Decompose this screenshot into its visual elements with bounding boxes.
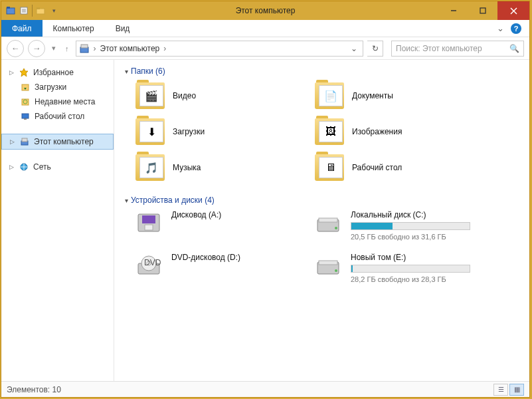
sidebar-item-downloads[interactable]: Загрузки [1,80,114,94]
drive-icon [134,210,163,237]
ribbon-expand-icon[interactable]: ⌄ [497,23,504,33]
drive-item[interactable]: Дисковод (A:) [133,209,306,242]
svg-point-29 [335,227,337,229]
folder-item[interactable]: 🎵Музыка [133,152,299,184]
body: ▷ Избранное Загрузки Недавние места Ра [1,60,529,381]
network-group: ▷ Сеть [1,160,114,174]
drive-icon: DVD [134,253,163,279]
up-button[interactable]: ↑ [62,45,72,53]
folder-item[interactable]: ⬇Загрузки [133,116,299,148]
app-icon [5,5,16,16]
window-controls [439,1,529,20]
drive-item[interactable]: Новый том (E:)28,2 ГБ свободно из 28,3 Г… [312,251,485,285]
folder-item[interactable]: 🖥Рабочий стол [312,152,478,184]
caret-icon: ▷ [9,69,15,76]
section-title: Устройства и диски (4) [131,196,215,205]
back-button[interactable]: ← [7,40,24,57]
drives-header[interactable]: ▾ Устройства и диски (4) [125,196,519,205]
svg-rect-6 [37,9,44,14]
svg-rect-0 [7,8,15,14]
sidebar-favorites[interactable]: ▷ Избранное [1,65,114,80]
section-title: Папки (6) [131,66,165,76]
explorer-window: ▾ Этот компьютер Файл Компьютер Вид ⌄ ? … [1,1,530,398]
drive-capacity-bar [351,265,470,273]
search-icon: 🔍 [509,44,519,53]
drive-label: Локальный диск (C:) [351,210,470,219]
address-segment[interactable]: Этот компьютер [100,44,160,53]
chevron-right-icon[interactable]: › [162,44,167,53]
file-tab[interactable]: Файл [1,20,43,37]
folder-label: Музыка [173,163,201,172]
svg-rect-9 [480,8,486,13]
ribbon-tabs: Файл Компьютер Вид ⌄ ? [1,20,529,37]
network-icon [19,162,29,172]
forward-button[interactable]: → [28,40,45,57]
qat-dropdown-icon[interactable]: ▾ [48,5,59,16]
svg-rect-13 [81,45,88,48]
svg-rect-7 [37,7,40,9]
help-icon[interactable]: ? [511,23,521,34]
svg-marker-14 [20,68,28,76]
caret-icon: ▷ [10,138,15,145]
search-box[interactable]: 🔍 [391,41,524,57]
ribbon-tab-computer[interactable]: Компьютер [43,20,105,37]
sidebar-label: Сеть [33,162,51,172]
drive-label: DVD-дисковод (D:) [171,253,240,262]
drive-capacity-bar [351,222,470,230]
sidebar-label: Рабочий стол [35,112,84,121]
properties-icon[interactable] [19,5,29,16]
navigation-pane[interactable]: ▷ Избранное Загрузки Недавние места Ра [1,60,114,381]
folder-icon: 📄 [315,82,344,109]
address-bar[interactable]: › Этот компьютер › ⌄ [76,41,364,57]
view-details-button[interactable]: ☰ [493,384,508,396]
address-dropdown-icon[interactable]: ⌄ [348,44,360,53]
refresh-button[interactable]: ↻ [367,41,383,57]
svg-rect-35 [319,261,337,265]
drive-subtext: 20,5 ГБ свободно из 31,6 ГБ [351,233,470,241]
sidebar-this-pc[interactable]: ▷ Этот компьютер [1,134,114,150]
svg-point-36 [335,269,337,272]
search-input[interactable] [396,44,505,53]
folder-label: Видео [173,91,196,100]
sidebar-network[interactable]: ▷ Сеть [1,160,114,174]
folder-icon: ⬇ [135,118,165,145]
folder-icon: 🖼 [315,118,344,145]
minimize-button[interactable] [439,1,468,20]
folder-label: Документы [352,91,393,100]
chevron-right-icon[interactable]: › [92,44,98,53]
star-icon [19,67,29,78]
downloads-icon [20,82,31,92]
folders-header[interactable]: ▾ Папки (6) [125,66,519,76]
caret-icon: ▾ [125,68,128,75]
sidebar-item-recent[interactable]: Недавние места [1,94,114,109]
close-button[interactable] [497,1,529,20]
maximize-button[interactable] [468,1,497,20]
view-tiles-button[interactable]: ▦ [509,384,524,396]
ribbon-tab-view[interactable]: Вид [105,20,141,37]
folder-item[interactable]: 📄Документы [312,80,478,112]
folder-icon[interactable] [35,5,46,16]
drive-item[interactable]: Локальный диск (C:)20,5 ГБ свободно из 3… [312,209,485,242]
qat-separator [32,5,33,17]
status-text: Элементов: 10 [7,385,61,394]
folder-icon: 🎵 [135,154,165,181]
sidebar-label: Этот компьютер [34,137,94,146]
svg-rect-20 [24,118,27,120]
content-pane[interactable]: ▾ Папки (6) 🎬Видео📄Документы⬇Загрузки🖼Из… [114,60,529,381]
svg-rect-22 [22,138,27,142]
drive-item[interactable]: DVDDVD-дисковод (D:) [133,251,306,285]
drive-icon [313,253,343,279]
sidebar-label: Загрузки [35,82,66,92]
recent-locations-button[interactable]: ▾ [49,44,58,53]
titlebar[interactable]: ▾ Этот компьютер [1,1,529,20]
folder-item[interactable]: 🎬Видео [133,80,299,112]
favorites-group: ▷ Избранное Загрузки Недавние места Ра [1,65,114,124]
this-pc-group: ▷ Этот компьютер [1,134,114,150]
sidebar-item-desktop[interactable]: Рабочий стол [1,109,114,124]
sidebar-label: Избранное [33,68,74,77]
drive-label: Дисковод (A:) [171,210,221,219]
caret-icon: ▷ [9,164,15,170]
folder-item[interactable]: 🖼Изображения [312,116,478,148]
folder-label: Рабочий стол [352,163,402,172]
drive-label: Новый том (E:) [351,253,470,262]
